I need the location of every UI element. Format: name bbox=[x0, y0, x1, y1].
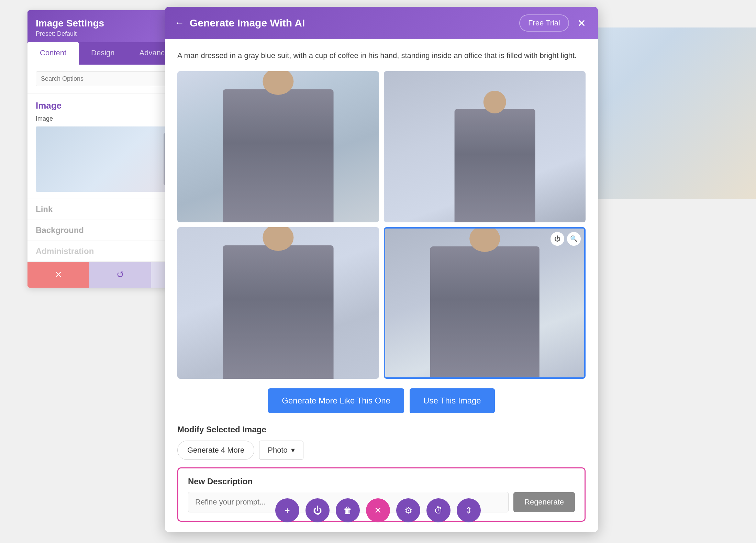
ai-modal-body: A man dressed in a gray blue suit, with … bbox=[165, 39, 598, 532]
image-cell-2[interactable] bbox=[384, 71, 586, 222]
new-desc-title: New Description bbox=[188, 477, 575, 486]
close-active-button[interactable]: ✕ bbox=[366, 498, 390, 522]
style-select[interactable]: Photo ▾ bbox=[259, 441, 303, 460]
tab-design[interactable]: Design bbox=[79, 42, 127, 65]
image-cell-1[interactable] bbox=[177, 71, 379, 222]
use-image-button[interactable]: Use This Image bbox=[410, 388, 495, 413]
person-head-2 bbox=[483, 91, 506, 113]
image-power-icon[interactable]: ⏻ bbox=[551, 232, 564, 246]
panel-title: Image Settings bbox=[36, 18, 104, 29]
person-head-4 bbox=[469, 227, 500, 252]
cancel-button[interactable]: ✕ bbox=[27, 262, 89, 288]
generate-more-button[interactable]: Generate More Like This One bbox=[268, 388, 404, 413]
ai-modal-title: Generate Image With AI bbox=[190, 17, 305, 29]
modify-title: Modify Selected Image bbox=[177, 425, 586, 434]
ai-modal-header: ← Generate Image With AI Free Trial ✕ bbox=[165, 7, 598, 39]
ai-modal-actions: Free Trial ✕ bbox=[519, 14, 588, 32]
image-overlay: ⏻ 🔍 bbox=[551, 232, 581, 246]
delete-button[interactable]: 🗑 bbox=[336, 498, 360, 522]
image-cell-3[interactable] bbox=[177, 227, 379, 378]
resize-button[interactable]: ⇕ bbox=[457, 498, 481, 522]
ai-modal-title-group: ← Generate Image With AI bbox=[175, 17, 305, 29]
panel-title-group: Image Settings Preset: Default bbox=[36, 18, 104, 37]
reset-button[interactable]: ↺ bbox=[89, 262, 151, 288]
power-button[interactable]: ⏻ bbox=[305, 498, 330, 522]
close-icon[interactable]: ✕ bbox=[575, 16, 588, 30]
style-select-value: Photo bbox=[268, 446, 288, 455]
person-figure-2 bbox=[454, 109, 535, 222]
image-search-icon[interactable]: 🔍 bbox=[567, 232, 581, 246]
back-arrow-icon[interactable]: ← bbox=[175, 18, 184, 29]
history-button[interactable]: ⏱ bbox=[426, 498, 451, 522]
ai-description: A man dressed in a gray blue suit, with … bbox=[177, 49, 586, 62]
free-trial-badge[interactable]: Free Trial bbox=[519, 14, 569, 32]
image-grid: ⏻ 🔍 bbox=[177, 71, 586, 379]
modify-section: Modify Selected Image Generate 4 More Ph… bbox=[177, 425, 586, 460]
person-figure-4 bbox=[430, 246, 539, 377]
person-head-3 bbox=[263, 227, 293, 251]
panel-preset[interactable]: Preset: Default bbox=[36, 30, 104, 37]
tab-content[interactable]: Content bbox=[27, 42, 79, 65]
person-head-1 bbox=[263, 71, 293, 95]
chevron-down-icon: ▾ bbox=[291, 446, 295, 455]
action-buttons: Generate More Like This One Use This Ima… bbox=[177, 388, 586, 413]
generate-4-more-button[interactable]: Generate 4 More bbox=[177, 441, 254, 460]
settings-button[interactable]: ⚙ bbox=[396, 498, 420, 522]
bottom-toolbar: + ⏻ 🗑 ✕ ⚙ ⏱ ⇕ bbox=[275, 498, 481, 522]
person-figure-1 bbox=[223, 89, 334, 222]
image-cell-4[interactable]: ⏻ 🔍 bbox=[384, 227, 586, 378]
regenerate-button[interactable]: Regenerate bbox=[513, 492, 575, 512]
ai-modal: ← Generate Image With AI Free Trial ✕ A … bbox=[165, 7, 598, 532]
modify-controls: Generate 4 More Photo ▾ bbox=[177, 441, 586, 460]
add-button[interactable]: + bbox=[275, 498, 299, 522]
person-figure-3 bbox=[223, 245, 334, 378]
